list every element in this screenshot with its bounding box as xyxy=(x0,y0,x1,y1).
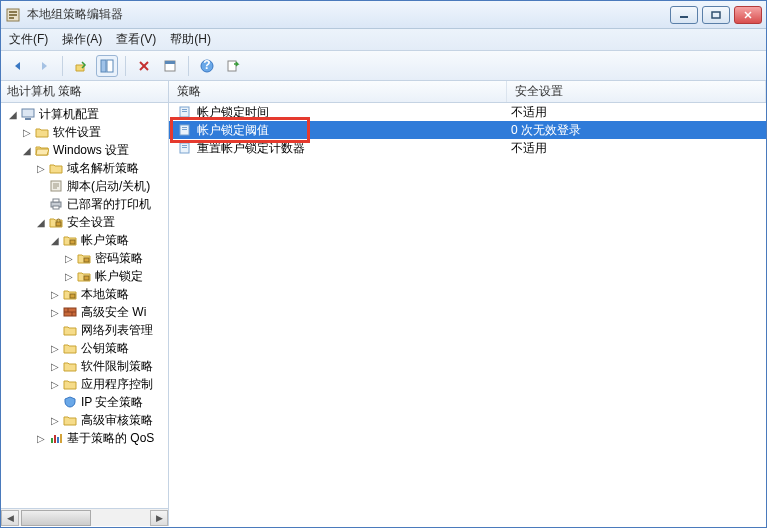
tree-label: 公钥策略 xyxy=(81,340,129,357)
tree-node-security[interactable]: ◢安全设置 xyxy=(1,213,168,231)
tree-node-password-policy[interactable]: ▷密码策略 xyxy=(1,249,168,267)
tree-node-scripts[interactable]: 脚本(启动/关机) xyxy=(1,177,168,195)
collapse-icon[interactable]: ◢ xyxy=(49,235,60,246)
policy-icon xyxy=(177,123,193,137)
tree-scrollbar[interactable]: ◀ ▶ xyxy=(1,508,168,526)
tree-label: 已部署的打印机 xyxy=(67,196,151,213)
collapse-icon[interactable]: ◢ xyxy=(7,109,18,120)
scroll-left-button[interactable]: ◀ xyxy=(1,510,19,526)
scroll-thumb[interactable] xyxy=(21,510,91,526)
collapse-icon[interactable]: ◢ xyxy=(35,217,46,228)
svg-rect-9 xyxy=(107,60,113,72)
expand-icon[interactable]: ▷ xyxy=(35,163,46,174)
menu-view[interactable]: 查看(V) xyxy=(116,31,156,48)
tree-node-account-policy[interactable]: ◢帐户策略 xyxy=(1,231,168,249)
lock-folder-icon xyxy=(76,251,92,265)
list-row[interactable]: 重置帐户锁定计数器 不适用 xyxy=(169,139,766,157)
tree-label: 应用程序控制 xyxy=(81,376,153,393)
svg-rect-5 xyxy=(712,12,720,18)
maximize-button[interactable] xyxy=(702,6,730,24)
expand-icon[interactable]: ▷ xyxy=(49,415,60,426)
back-button[interactable] xyxy=(7,55,29,77)
tree-node-account-lockout[interactable]: ▷帐户锁定 xyxy=(1,267,168,285)
tree-node-public-key[interactable]: ▷公钥策略 xyxy=(1,339,168,357)
tree-label: 基于策略的 QoS xyxy=(67,430,154,447)
tree-header: 地计算机 策略 xyxy=(1,81,168,103)
column-setting[interactable]: 安全设置 xyxy=(507,81,766,102)
svg-rect-37 xyxy=(182,109,187,110)
window-title: 本地组策略编辑器 xyxy=(27,6,670,23)
folder-icon xyxy=(62,359,78,373)
expand-icon[interactable]: ▷ xyxy=(49,307,60,318)
tree-node-app-control[interactable]: ▷应用程序控制 xyxy=(1,375,168,393)
menu-action[interactable]: 操作(A) xyxy=(62,31,102,48)
svg-text:?: ? xyxy=(203,59,210,72)
help-button[interactable]: ? xyxy=(196,55,218,77)
collapse-icon[interactable]: ◢ xyxy=(21,145,32,156)
svg-rect-27 xyxy=(70,294,75,298)
export-button[interactable] xyxy=(222,55,244,77)
expand-icon[interactable]: ▷ xyxy=(35,433,46,444)
folder-icon xyxy=(62,413,78,427)
tree-node-advanced-firewall[interactable]: ▷高级安全 Wi xyxy=(1,303,168,321)
expand-icon[interactable]: ▷ xyxy=(49,343,60,354)
expand-icon[interactable]: ▷ xyxy=(49,379,60,390)
up-button[interactable] xyxy=(70,55,92,77)
expand-icon[interactable]: ▷ xyxy=(49,361,60,372)
forward-button[interactable] xyxy=(33,55,55,77)
list-pane: 策略 安全设置 帐户锁定时间 不适用 帐户锁定阈值 0 次无效登录 重置帐户锁定… xyxy=(169,81,766,526)
lock-folder-icon xyxy=(62,287,78,301)
tree-label: Windows 设置 xyxy=(53,142,129,159)
svg-rect-43 xyxy=(182,145,187,146)
delete-button[interactable] xyxy=(133,55,155,77)
tree-node-software[interactable]: ▷软件设置 xyxy=(1,123,168,141)
svg-rect-40 xyxy=(182,127,187,128)
folder-icon xyxy=(62,377,78,391)
tree-node-network-list[interactable]: 网络列表管理 xyxy=(1,321,168,339)
minimize-button[interactable] xyxy=(670,6,698,24)
folder-open-icon xyxy=(34,143,50,157)
tree-node-windows-settings[interactable]: ◢Windows 设置 xyxy=(1,141,168,159)
svg-rect-18 xyxy=(25,118,31,120)
list-row[interactable]: 帐户锁定时间 不适用 xyxy=(169,103,766,121)
expand-icon[interactable]: ▷ xyxy=(21,127,32,138)
tree-label: 计算机配置 xyxy=(39,106,99,123)
column-policy[interactable]: 策略 xyxy=(169,81,507,102)
scroll-right-button[interactable]: ▶ xyxy=(150,510,168,526)
svg-rect-4 xyxy=(680,16,688,18)
tree-node-ip-security[interactable]: IP 安全策略 xyxy=(1,393,168,411)
shield-icon xyxy=(62,395,78,409)
tree-node-advanced-audit[interactable]: ▷高级审核策略 xyxy=(1,411,168,429)
menu-bar: 文件(F) 操作(A) 查看(V) 帮助(H) xyxy=(1,29,766,51)
title-bar: 本地组策略编辑器 xyxy=(1,1,766,29)
policy-icon xyxy=(177,105,193,119)
tree-label: IP 安全策略 xyxy=(81,394,143,411)
list-row-selected[interactable]: 帐户锁定阈值 0 次无效登录 xyxy=(169,121,766,139)
lock-folder-icon xyxy=(76,269,92,283)
svg-rect-41 xyxy=(182,129,187,130)
properties-button[interactable] xyxy=(159,55,181,77)
close-button[interactable] xyxy=(734,6,762,24)
tree-node-qos[interactable]: ▷基于策略的 QoS xyxy=(1,429,168,447)
svg-rect-38 xyxy=(182,111,187,112)
tree-node-computer-config[interactable]: ◢计算机配置 xyxy=(1,105,168,123)
svg-rect-2 xyxy=(9,14,17,16)
tree-body[interactable]: ◢计算机配置 ▷软件设置 ◢Windows 设置 ▷域名解析策略 脚本(启动/关… xyxy=(1,103,168,508)
menu-help[interactable]: 帮助(H) xyxy=(170,31,211,48)
list-body[interactable]: 帐户锁定时间 不适用 帐户锁定阈值 0 次无效登录 重置帐户锁定计数器 不适用 xyxy=(169,103,766,526)
show-hide-tree-button[interactable] xyxy=(96,55,118,77)
svg-rect-17 xyxy=(22,109,34,117)
svg-rect-16 xyxy=(228,61,236,71)
expand-icon[interactable]: ▷ xyxy=(49,289,60,300)
menu-file[interactable]: 文件(F) xyxy=(9,31,48,48)
tree-node-local-policy[interactable]: ▷本地策略 xyxy=(1,285,168,303)
tree-node-printers[interactable]: 已部署的打印机 xyxy=(1,195,168,213)
tree-node-dns[interactable]: ▷域名解析策略 xyxy=(1,159,168,177)
tree-node-software-restrict[interactable]: ▷软件限制策略 xyxy=(1,357,168,375)
tree-label: 高级安全 Wi xyxy=(81,304,146,321)
folder-icon xyxy=(48,161,64,175)
lock-folder-icon xyxy=(48,215,64,229)
expand-icon[interactable]: ▷ xyxy=(63,253,74,264)
printer-icon xyxy=(48,197,64,211)
expand-icon[interactable]: ▷ xyxy=(63,271,74,282)
